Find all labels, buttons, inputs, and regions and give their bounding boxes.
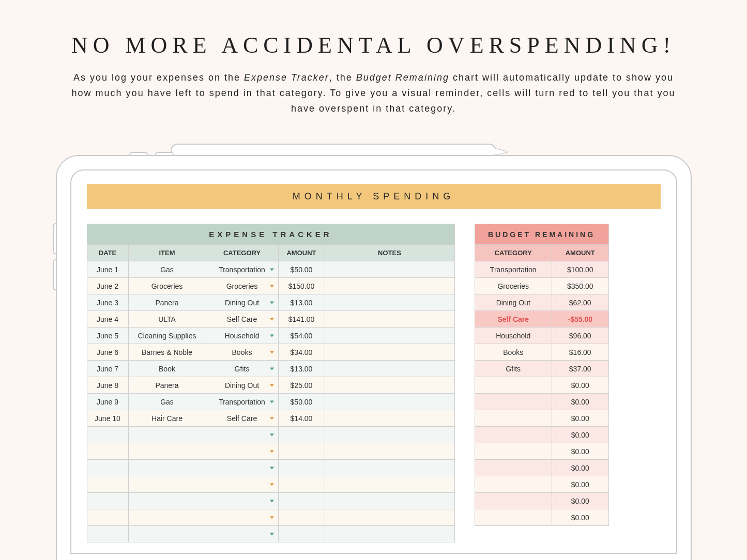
cell-notes[interactable] (325, 476, 454, 493)
col-header-category: CATEGORY (206, 245, 278, 261)
chevron-down-icon (270, 334, 274, 337)
cell-category-dropdown[interactable] (206, 427, 278, 443)
cell-date[interactable]: June 10 (87, 410, 128, 427)
cell-amount: $0.00 (552, 460, 608, 476)
cell-amount[interactable]: $13.00 (278, 361, 325, 377)
cell-date[interactable]: June 4 (87, 311, 128, 328)
cell-notes[interactable] (325, 493, 454, 509)
cell-date[interactable]: June 6 (87, 344, 128, 361)
cell-amount[interactable] (278, 427, 325, 443)
cell-notes[interactable] (325, 526, 454, 542)
cell-notes[interactable] (325, 443, 454, 460)
cell-notes[interactable] (325, 328, 454, 344)
cell-item[interactable]: Groceries (128, 278, 206, 294)
cell-item[interactable]: Panera (128, 294, 206, 311)
cell-amount[interactable]: $34.00 (278, 344, 325, 361)
cell-notes[interactable] (325, 410, 454, 427)
cell-item[interactable] (128, 460, 206, 476)
chevron-down-icon (270, 466, 274, 469)
cell-item[interactable] (128, 509, 206, 526)
cell-item[interactable] (128, 493, 206, 509)
cell-item[interactable]: Hair Care (128, 410, 206, 427)
expense-row (87, 443, 454, 460)
cell-amount[interactable]: $141.00 (278, 311, 325, 328)
cell-amount[interactable] (278, 460, 325, 476)
cell-notes[interactable] (325, 394, 454, 410)
cell-amount[interactable]: $25.00 (278, 377, 325, 394)
cell-notes[interactable] (325, 361, 454, 377)
budget-row: Gfits$37.00 (475, 361, 608, 377)
cell-item[interactable] (128, 443, 206, 460)
cell-category-dropdown[interactable] (206, 526, 278, 542)
cell-item[interactable] (128, 476, 206, 493)
cell-amount[interactable]: $14.00 (278, 410, 325, 427)
cell-category-dropdown[interactable]: Gfits (206, 361, 278, 377)
cell-date[interactable] (87, 509, 128, 526)
cell-date[interactable]: June 8 (87, 377, 128, 394)
cell-category-dropdown[interactable] (206, 493, 278, 509)
cell-amount[interactable] (278, 476, 325, 493)
cell-notes[interactable] (325, 294, 454, 311)
cell-notes[interactable] (325, 344, 454, 361)
cell-notes[interactable] (325, 261, 454, 278)
cell-category-dropdown[interactable]: Dining Out (206, 294, 278, 311)
cell-category-dropdown[interactable]: Dining Out (206, 377, 278, 394)
cell-date[interactable] (87, 460, 128, 476)
cell-amount[interactable] (278, 526, 325, 542)
cell-category-dropdown[interactable] (206, 443, 278, 460)
cell-item[interactable]: Gas (128, 394, 206, 410)
cell-category-dropdown[interactable]: Transportation (206, 261, 278, 278)
cell-notes[interactable] (325, 427, 454, 443)
cell-notes[interactable] (325, 377, 454, 394)
cell-notes[interactable] (325, 311, 454, 328)
cell-notes[interactable] (325, 278, 454, 294)
cell-item[interactable] (128, 526, 206, 542)
cell-date[interactable] (87, 476, 128, 493)
cell-amount[interactable]: $54.00 (278, 328, 325, 344)
cell-notes[interactable] (325, 460, 454, 476)
cell-date[interactable] (87, 427, 128, 443)
cell-category-dropdown[interactable]: Self Care (206, 410, 278, 427)
cell-category-dropdown[interactable]: Self Care (206, 311, 278, 328)
cell-amount[interactable]: $50.00 (278, 394, 325, 410)
cell-date[interactable]: June 7 (87, 361, 128, 377)
cell-category (475, 443, 552, 460)
cell-date[interactable]: June 1 (87, 261, 128, 278)
cell-date[interactable] (87, 493, 128, 509)
cell-notes[interactable] (325, 509, 454, 526)
cell-category (475, 394, 552, 410)
cell-category-dropdown[interactable] (206, 460, 278, 476)
budget-row: $0.00 (475, 394, 608, 410)
cell-category-dropdown[interactable]: Books (206, 344, 278, 361)
cell-date[interactable] (87, 526, 128, 542)
cell-amount[interactable] (278, 443, 325, 460)
cell-category (475, 377, 552, 394)
tablet-button-icon (155, 152, 174, 155)
cell-item[interactable]: Gas (128, 261, 206, 278)
cell-item[interactable]: Book (128, 361, 206, 377)
tablet-volume-icon (53, 259, 56, 290)
expense-row: June 8PaneraDining Out$25.00 (87, 377, 454, 394)
cell-category-dropdown[interactable]: Household (206, 328, 278, 344)
cell-item[interactable]: Barnes & Noble (128, 344, 206, 361)
cell-item[interactable] (128, 427, 206, 443)
cell-date[interactable]: June 2 (87, 278, 128, 294)
cell-date[interactable]: June 5 (87, 328, 128, 344)
cell-category-dropdown[interactable]: Groceries (206, 278, 278, 294)
cell-amount[interactable]: $50.00 (278, 261, 325, 278)
cell-item[interactable]: Panera (128, 377, 206, 394)
cell-item[interactable]: ULTA (128, 311, 206, 328)
cell-amount[interactable] (278, 493, 325, 509)
cell-date[interactable] (87, 443, 128, 460)
expense-row: June 5Cleaning SuppliesHousehold$54.00 (87, 328, 454, 344)
cell-category-dropdown[interactable] (206, 476, 278, 493)
cell-amount[interactable]: $13.00 (278, 294, 325, 311)
cell-category-dropdown[interactable]: Transportation (206, 394, 278, 410)
cell-date[interactable]: June 9 (87, 394, 128, 410)
chevron-down-icon (270, 533, 274, 535)
cell-date[interactable]: June 3 (87, 294, 128, 311)
cell-amount[interactable]: $150.00 (278, 278, 325, 294)
cell-item[interactable]: Cleaning Supplies (128, 328, 206, 344)
cell-category-dropdown[interactable] (206, 509, 278, 526)
cell-amount[interactable] (278, 509, 325, 526)
